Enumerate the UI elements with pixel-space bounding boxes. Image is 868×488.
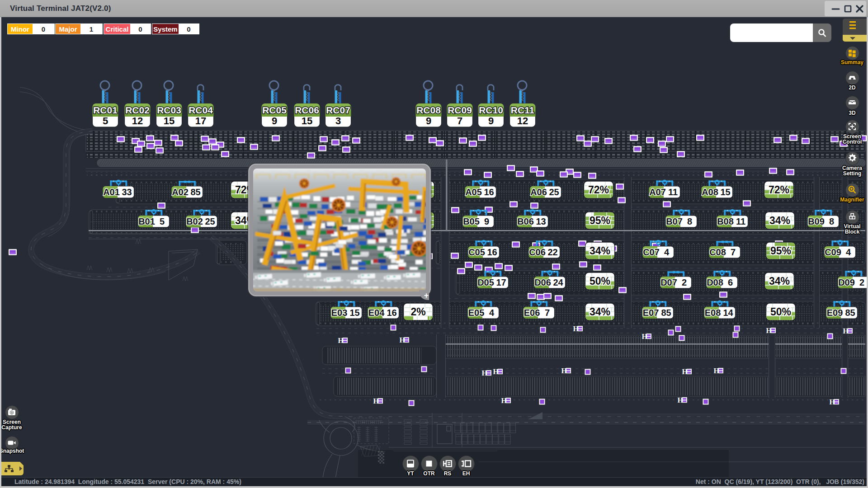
svg-text:9: 9 bbox=[488, 115, 494, 127]
svg-text:E04: E04 bbox=[368, 308, 385, 318]
svg-text:12: 12 bbox=[132, 115, 143, 127]
svg-text:7: 7 bbox=[731, 247, 736, 257]
svg-text:16: 16 bbox=[387, 308, 396, 318]
svg-text:34%: 34% bbox=[769, 275, 790, 287]
svg-text:A07: A07 bbox=[649, 187, 666, 197]
svg-text:A02: A02 bbox=[172, 187, 189, 197]
svg-text:RC01: RC01 bbox=[93, 105, 118, 115]
svg-text:B07: B07 bbox=[666, 216, 683, 226]
svg-text:14: 14 bbox=[723, 308, 733, 318]
svg-text:A01: A01 bbox=[103, 187, 120, 197]
svg-text:B09: B09 bbox=[808, 216, 825, 226]
svg-text:D06: D06 bbox=[534, 277, 551, 287]
svg-text:E09: E09 bbox=[827, 308, 843, 318]
svg-text:4: 4 bbox=[846, 247, 851, 257]
svg-text:+: + bbox=[424, 291, 429, 300]
svg-text:8: 8 bbox=[687, 216, 692, 226]
svg-text:85: 85 bbox=[661, 308, 671, 318]
svg-text:11: 11 bbox=[736, 216, 745, 226]
svg-text:17: 17 bbox=[195, 115, 206, 127]
svg-text:34%: 34% bbox=[769, 215, 790, 226]
svg-text:17: 17 bbox=[496, 277, 506, 287]
svg-text:RC08: RC08 bbox=[416, 105, 441, 115]
svg-text:6: 6 bbox=[728, 277, 733, 287]
svg-text:RC11: RC11 bbox=[511, 105, 535, 115]
svg-text:D05: D05 bbox=[477, 277, 494, 287]
svg-text:22: 22 bbox=[547, 247, 557, 257]
svg-text:15: 15 bbox=[302, 115, 312, 127]
svg-text:9: 9 bbox=[484, 216, 489, 226]
svg-text:D07: D07 bbox=[660, 277, 677, 287]
svg-text:9: 9 bbox=[272, 115, 277, 127]
svg-text:C09: C09 bbox=[825, 247, 841, 257]
svg-text:RC07: RC07 bbox=[326, 105, 350, 115]
svg-text:RC05: RC05 bbox=[262, 105, 287, 115]
svg-text:72%: 72% bbox=[769, 184, 789, 196]
svg-text:RC10: RC10 bbox=[479, 105, 503, 115]
svg-text:E03: E03 bbox=[331, 308, 348, 318]
svg-text:15: 15 bbox=[720, 187, 730, 197]
svg-text:C08: C08 bbox=[709, 247, 726, 257]
svg-text:B06: B06 bbox=[517, 216, 534, 226]
svg-text:C05: C05 bbox=[468, 247, 485, 257]
svg-text:25: 25 bbox=[205, 216, 215, 226]
svg-text:50%: 50% bbox=[770, 306, 791, 318]
svg-text:RC04: RC04 bbox=[189, 105, 213, 115]
svg-text:34%: 34% bbox=[590, 306, 610, 318]
svg-text:D09: D09 bbox=[838, 277, 855, 287]
svg-text:A06: A06 bbox=[530, 187, 547, 197]
svg-text:E05: E05 bbox=[468, 308, 485, 318]
svg-text:A08: A08 bbox=[702, 187, 718, 197]
svg-text:12: 12 bbox=[517, 115, 528, 127]
svg-text:24: 24 bbox=[553, 277, 563, 287]
svg-text:95%: 95% bbox=[770, 245, 791, 257]
svg-text:2%: 2% bbox=[410, 306, 425, 318]
svg-text:15: 15 bbox=[164, 115, 175, 127]
svg-text:16: 16 bbox=[484, 187, 494, 197]
svg-text:50%: 50% bbox=[590, 275, 610, 287]
svg-text:5: 5 bbox=[103, 115, 108, 127]
svg-text:4: 4 bbox=[489, 308, 495, 318]
svg-text:34%: 34% bbox=[590, 245, 610, 257]
svg-text:B02: B02 bbox=[186, 216, 203, 226]
svg-text:85: 85 bbox=[845, 308, 855, 318]
svg-text:95%: 95% bbox=[590, 215, 610, 226]
svg-text:9: 9 bbox=[426, 115, 431, 127]
svg-text:RC09: RC09 bbox=[448, 105, 472, 115]
svg-text:RC02: RC02 bbox=[125, 105, 150, 115]
svg-text:E08: E08 bbox=[705, 308, 721, 318]
svg-text:3: 3 bbox=[335, 115, 341, 127]
svg-text:2: 2 bbox=[859, 277, 864, 287]
svg-text:16: 16 bbox=[487, 247, 497, 257]
svg-text:7: 7 bbox=[545, 308, 550, 318]
svg-text:5: 5 bbox=[160, 216, 165, 226]
svg-text:B01: B01 bbox=[138, 216, 155, 226]
svg-text:D08: D08 bbox=[707, 277, 723, 287]
svg-text:13: 13 bbox=[536, 216, 546, 226]
svg-text:2: 2 bbox=[682, 277, 687, 287]
svg-text:C06: C06 bbox=[529, 247, 546, 257]
svg-text:4: 4 bbox=[664, 247, 670, 257]
svg-text:RC06: RC06 bbox=[295, 105, 319, 115]
svg-text:72%: 72% bbox=[588, 184, 609, 196]
svg-text:C07: C07 bbox=[643, 247, 660, 257]
svg-text:33: 33 bbox=[122, 187, 132, 197]
svg-text:E06: E06 bbox=[524, 308, 540, 318]
svg-text:15: 15 bbox=[349, 308, 359, 318]
svg-text:E07: E07 bbox=[643, 308, 659, 318]
svg-text:A05: A05 bbox=[465, 187, 482, 197]
svg-text:RC03: RC03 bbox=[157, 105, 181, 115]
svg-text:B08: B08 bbox=[717, 216, 734, 226]
svg-text:85: 85 bbox=[190, 187, 200, 197]
svg-text:11: 11 bbox=[668, 187, 678, 197]
svg-text:B05: B05 bbox=[463, 216, 480, 226]
svg-text:25: 25 bbox=[549, 187, 559, 197]
svg-text:7: 7 bbox=[457, 115, 462, 127]
